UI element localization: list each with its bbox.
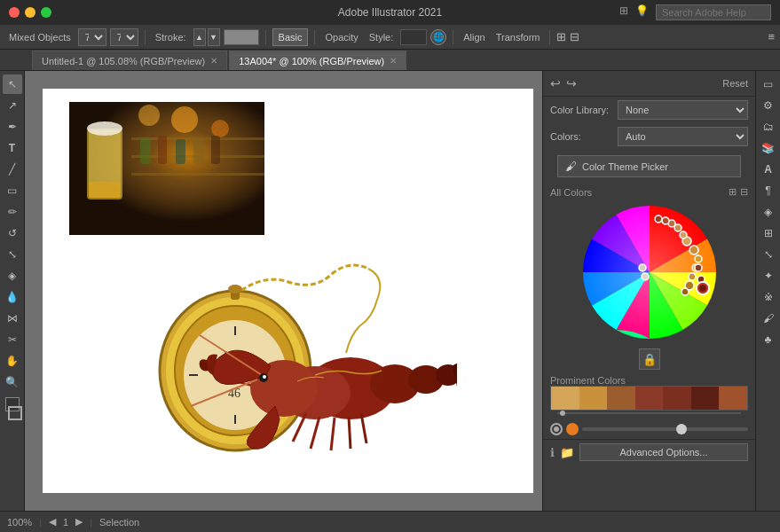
color-theme-picker-label: Color Theme Picker: [582, 161, 668, 172]
all-colors-label: All Colors: [550, 187, 592, 198]
bulb-icon[interactable]: 💡: [635, 4, 649, 20]
scissors-tool[interactable]: ✂: [3, 330, 22, 349]
rect-tool[interactable]: ▭: [3, 181, 22, 200]
character-btn[interactable]: A: [759, 160, 778, 179]
swatch-2[interactable]: [579, 387, 608, 410]
maximize-button[interactable]: [41, 7, 51, 18]
color-theme-picker-icon: 🖌: [565, 160, 577, 173]
zoom-level: 100%: [7, 517, 32, 528]
minimize-button[interactable]: [25, 7, 35, 18]
zoom-tool[interactable]: 🔍: [3, 372, 22, 392]
eyedropper-tool[interactable]: 💧: [3, 287, 22, 307]
main-toolbar: Mixed Objects 7 7 Stroke: ▲ ▼ Basic Opac…: [0, 25, 780, 50]
page-arrows[interactable]: ◀: [49, 516, 56, 528]
basic-btn[interactable]: Basic: [272, 28, 309, 46]
canvas-area[interactable]: 46: [25, 71, 542, 511]
color-library-select[interactable]: None: [618, 100, 748, 120]
svg-point-7: [211, 120, 229, 137]
color-theme-picker-btn[interactable]: 🖌 Color Theme Picker: [557, 155, 741, 177]
scale-tool[interactable]: ⤡: [3, 245, 22, 264]
type-tool[interactable]: T: [3, 138, 22, 158]
artboard-tool[interactable]: ▭: [759, 74, 778, 94]
arrange-icon[interactable]: ⊞: [556, 30, 566, 43]
transform-panel-btn[interactable]: ⤡: [759, 245, 778, 264]
symbols-btn[interactable]: ※: [759, 287, 778, 307]
align-panel-btn[interactable]: ⊞: [759, 223, 778, 243]
colors-label: Colors:: [550, 131, 612, 142]
prominent-colors-bar[interactable]: [550, 386, 748, 411]
clubs-icon[interactable]: ♣: [759, 330, 778, 349]
line-tool[interactable]: ╱: [3, 160, 22, 179]
svg-rect-12: [140, 137, 151, 164]
tab-close-1[interactable]: ✕: [210, 56, 217, 66]
list-view-icon[interactable]: ⊟: [740, 186, 748, 198]
tab-close-2[interactable]: ✕: [390, 56, 397, 66]
redo-btn[interactable]: ↪: [566, 76, 577, 90]
svg-rect-4: [89, 182, 121, 198]
folder-btn[interactable]: 📁: [560, 446, 574, 459]
reset-btn[interactable]: Reset: [722, 78, 748, 89]
slider-row-1: [543, 419, 755, 439]
svg-point-56: [662, 217, 669, 224]
brushes-btn[interactable]: 🖌: [759, 309, 778, 328]
lock-btn[interactable]: 🔒: [639, 348, 660, 370]
left-toolbar: ↖ ↗ ✒ T ╱ ▭ ✏ ↺ ⤡ ◈ 💧 ⋈ ✂ ✋ 🔍: [0, 71, 25, 511]
swatch-1[interactable]: [551, 387, 579, 410]
menu-icon[interactable]: ≡: [768, 30, 775, 43]
rotate-tool[interactable]: ↺: [3, 223, 22, 243]
swatch-5[interactable]: [663, 387, 691, 410]
paragraph-btn[interactable]: ¶: [759, 181, 778, 200]
page-arrows-right[interactable]: ▶: [75, 516, 83, 528]
hand-tool[interactable]: ✋: [3, 351, 22, 371]
blend-tool[interactable]: ⋈: [3, 309, 22, 328]
opacity-label: Opacity: [321, 30, 361, 44]
brush-tool[interactable]: ✏: [3, 202, 22, 222]
layer-select-2[interactable]: 7: [110, 28, 138, 46]
color-wheel[interactable]: [579, 201, 721, 343]
slider-1[interactable]: [582, 427, 748, 431]
svg-rect-13: [158, 136, 167, 164]
status-bar: 100% | ◀ 1 ▶ | Selection: [0, 511, 780, 532]
colors-select[interactable]: Auto: [618, 127, 748, 146]
tab-label-1: Untitled-1 @ 105.08% (RGB/Preview): [42, 56, 205, 66]
layers-btn[interactable]: 🗂: [759, 117, 778, 137]
radio-btn-2[interactable]: [566, 423, 579, 435]
stroke-up-btn[interactable]: ▲: [193, 28, 206, 46]
distribute-icon[interactable]: ⊟: [570, 30, 579, 43]
color-wheel-area[interactable]: [543, 198, 755, 347]
appearance-btn[interactable]: ◈: [759, 202, 778, 222]
tab-untitled[interactable]: Untitled-1 @ 105.08% (RGB/Preview) ✕: [32, 51, 227, 70]
layer-select-1[interactable]: 7: [78, 28, 106, 46]
radio-btn-1[interactable]: [550, 423, 563, 435]
pathfinder-btn[interactable]: ✦: [759, 266, 778, 286]
advanced-options-btn[interactable]: Advanced Options...: [579, 443, 748, 461]
stroke-box-tool[interactable]: [8, 406, 22, 420]
info-btn[interactable]: ℹ: [550, 446, 555, 459]
swatch-7[interactable]: [719, 387, 747, 410]
select-tool[interactable]: ↖: [3, 74, 22, 94]
grid-view-icon[interactable]: ⊞: [729, 186, 737, 198]
swatch-4[interactable]: [635, 387, 664, 410]
libraries-btn[interactable]: 📚: [759, 138, 778, 158]
separator-5: [549, 30, 550, 44]
main-area: ↖ ↗ ✒ T ╱ ▭ ✏ ↺ ⤡ ◈ 💧 ⋈ ✂ ✋ 🔍: [0, 71, 780, 511]
stroke-color-box[interactable]: [224, 29, 259, 45]
all-colors-header: All Colors ⊞ ⊟: [543, 183, 755, 198]
swatch-3[interactable]: [607, 387, 635, 410]
selection-mode: Selection: [99, 517, 139, 528]
globe-icon[interactable]: 🌐: [430, 29, 446, 45]
stroke-down-btn[interactable]: ▼: [208, 28, 220, 46]
slider-thumb-1[interactable]: [676, 424, 687, 434]
canvas-document[interactable]: 46: [43, 89, 533, 493]
search-input[interactable]: [656, 4, 771, 20]
undo-btn[interactable]: ↩: [550, 76, 561, 90]
direct-select-tool[interactable]: ↗: [3, 96, 22, 115]
gradient-tool[interactable]: ◈: [3, 266, 22, 286]
tab-13a004[interactable]: 13A004* @ 100% (RGB/Preview) ✕: [229, 51, 406, 70]
swatch-6[interactable]: [691, 387, 720, 410]
properties-btn[interactable]: ⚙: [759, 96, 778, 115]
style-box[interactable]: [400, 29, 427, 45]
grid-icon[interactable]: ⊞: [619, 4, 628, 20]
pen-tool[interactable]: ✒: [3, 117, 22, 137]
close-button[interactable]: [9, 7, 20, 18]
